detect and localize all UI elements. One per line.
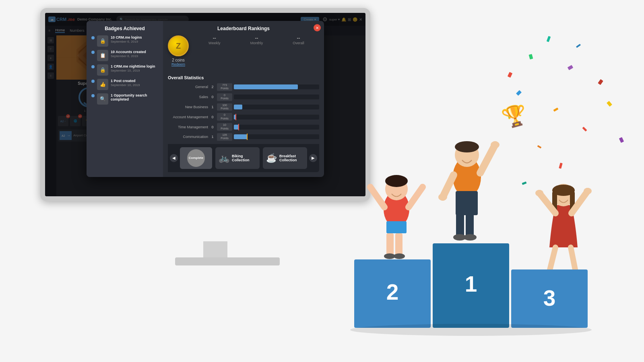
breakfast-icon: ☕ [266,153,277,163]
ranking-weekly-value: -- [208,35,220,41]
svg-point-19 [384,253,395,259]
stat-count-general: 2 [210,85,215,89]
stat-bar-communication [234,134,319,139]
breakfast-label: Breakfast Collection [279,154,304,162]
carousel-next-button[interactable]: ▶ [309,154,317,162]
stat-bar-marker-time-management [238,124,239,130]
ranking-monthly: -- Monthly [250,35,263,45]
stat-points-sales: 0Points [217,93,232,101]
badges-section: Badges Achieved 🔒 10 CRM.me logins Septe… [87,21,163,177]
redeem-link[interactable]: Redeem [171,62,185,66]
badge-dot-3 [91,80,95,83]
monitor-stand [175,241,256,274]
monitor-base [175,257,280,265]
badge-item-3: 👍 1 Post created September 10, 2019 [91,79,158,90]
monitor-neck [203,241,227,257]
badge-dot-4 [91,94,95,97]
stat-bar-new-business [234,105,319,109]
badge-info-1: 10 Accounts created September 6, 2019 [111,50,158,58]
svg-rect-17 [386,233,394,255]
content-area: ⊞ T ♦ 👤 ≡ [45,35,365,196]
svg-rect-26 [456,191,478,215]
svg-point-33 [438,193,447,201]
svg-point-20 [394,253,405,259]
carousel-prev-button[interactable]: ◀ [170,154,178,162]
badge-item-2: 🔒 1 CRM.me nighttime login September 10,… [91,64,158,76]
stat-bar-time-management [234,125,319,130]
stat-bar-fill-account-management [234,115,236,119]
ground-shadow [350,324,592,336]
biking-label: Biking Collection [232,154,256,162]
ranking-monthly-value: -- [250,35,263,41]
stat-bar-general [234,84,319,89]
stat-bar-sales [234,95,319,99]
leaderboard-section: Leaderboard Rankings Z 2 coins Redeem [163,21,324,177]
badge-info-4: 1 Opportunity search completed [111,93,158,102]
carousel-items: Complete 🚲 Biking Collection ☕ [180,147,307,169]
carousel-card-biking[interactable]: 🚲 Biking Collection [215,147,260,169]
stat-count-time-management: 0 [210,125,215,129]
stat-points-account-management: 0Points [217,113,232,121]
badge-dot-0 [91,36,95,39]
badge-icon-0: 🔒 [97,35,108,47]
badge-date-1: September 6, 2019 [111,54,158,58]
stat-bar-fill-new-business [234,105,242,109]
badge-item-0: 🔒 10 CRM.me logins September 6, 2019 [91,35,158,47]
stat-row-new-business: New Business 1 100Points [168,103,319,111]
svg-point-34 [491,141,500,148]
svg-line-22 [409,187,423,207]
screen-content: ☁ CRM.me Demo Company Inc. 🔍 Search for … [45,13,365,196]
stat-bar-fill-general [234,84,298,89]
svg-line-21 [370,187,384,207]
ranking-overall-label: Overall [293,41,304,45]
ranking-overall-value: -- [293,35,304,41]
svg-point-46 [584,188,592,194]
stat-label-general: General [168,85,208,89]
badge-info-3: 1 Post created September 10, 2019 [111,79,158,87]
badge-info-2: 1 CRM.me nighttime login September 10, 2… [111,64,158,72]
badge-item-1: 📋 10 Accounts created September 6, 2019 [91,50,158,61]
stat-row-communication: Communication 1 135Points [168,133,319,141]
svg-line-32 [480,145,495,173]
leaderboard-title: Leaderboard Rankings [168,26,319,31]
modal-overlay: ✕ Badges Achieved 🔒 10 CRM. [45,13,365,196]
ranking-weekly-label: Weekly [208,41,220,45]
svg-point-15 [385,175,408,187]
svg-rect-18 [395,233,402,255]
people-illustration: 2 1 3 [342,0,644,362]
svg-rect-27 [456,212,464,237]
carousel-card-breakfast[interactable]: ☕ Breakfast Collection [263,147,307,169]
coin-icon: Z [168,35,189,56]
svg-point-25 [455,141,479,152]
stat-row-sales: Sales 0 0Points [168,93,319,101]
modal-body: Badges Achieved 🔒 10 CRM.me logins Septe… [87,21,324,177]
stat-bar-account-management [234,115,319,119]
svg-rect-16 [386,221,407,233]
modal-container: ✕ Badges Achieved 🔒 10 CRM. [87,21,324,177]
badge-date-0: September 6, 2019 [111,40,158,43]
badge-name-0: 10 CRM.me logins [111,35,158,39]
stat-label-account-management: Account Management [168,115,208,119]
stat-row-time-management: Time Management 0 10Points [168,123,319,131]
complete-badge: Complete [180,147,212,169]
badge-name-2: 1 CRM.me nighttime login [111,64,158,68]
stat-row-account-management: Account Management 0 0Points [168,113,319,121]
stat-row-general: General 2 773Points [168,83,319,91]
stat-points-time-management: 10Points [217,123,232,131]
stat-count-communication: 1 [210,135,215,139]
stat-points-general: 773Points [217,83,232,91]
svg-line-40 [571,247,576,272]
badge-info-0: 10 CRM.me logins September 6, 2019 [111,35,158,43]
badge-dot-2 [91,65,95,68]
svg-point-30 [464,234,477,241]
badge-icon-3: 👍 [97,79,108,90]
svg-text:2: 2 [386,280,399,304]
stat-label-new-business: New Business [168,105,208,109]
stat-count-new-business: 1 [210,105,215,109]
stat-points-new-business: 100Points [217,103,232,111]
svg-text:3: 3 [543,286,556,311]
svg-text:1: 1 [465,272,477,296]
coin-amount: 2 coins [172,58,185,62]
modal-close-button[interactable]: ✕ [314,24,321,31]
svg-line-39 [549,247,555,272]
